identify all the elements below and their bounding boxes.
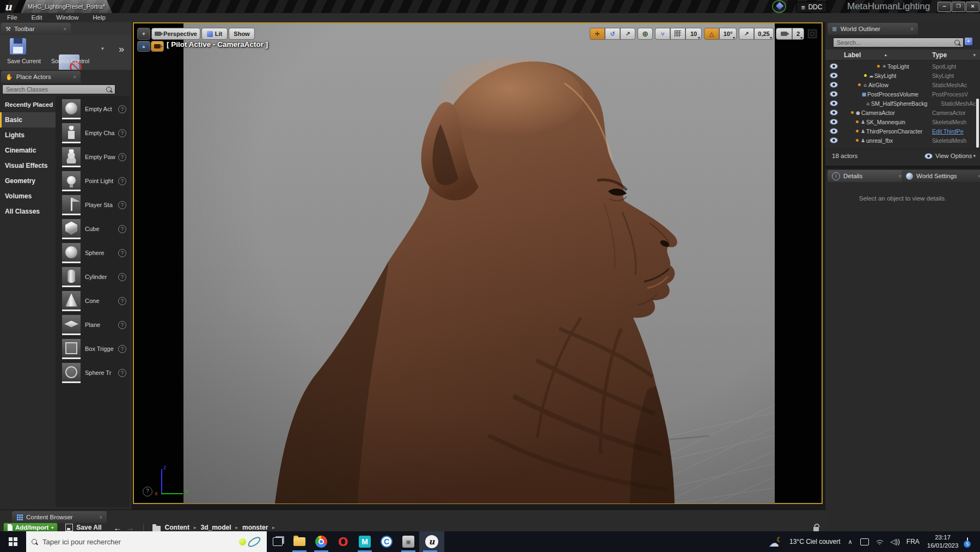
viewport-options-dropdown[interactable]: ▼: [137, 28, 150, 40]
world-settings-tab[interactable]: World Settings ×: [902, 170, 980, 182]
toolbar-tab[interactable]: ⚒ Toolbar ×: [1, 23, 71, 35]
help-icon[interactable]: ?: [118, 225, 126, 233]
category-visual-effects[interactable]: Visual Effects: [0, 158, 56, 173]
level-tab[interactable]: MHC_LightingPreset_Portra*: [21, 0, 112, 13]
details-tab[interactable]: i Details ×: [828, 170, 906, 182]
outliner-row-cameraactor[interactable]: ● CameraActorCameraActor: [825, 108, 980, 117]
viewport[interactable]: ▼ Perspective Lit Show ▲ [ Pilot Active …: [133, 22, 823, 504]
grid-snap-button[interactable]: [670, 28, 685, 40]
taskbar-screenshot-tool[interactable]: ▣: [397, 531, 419, 552]
help-icon[interactable]: ?: [118, 273, 126, 281]
filter-icon[interactable]: ▾: [973, 52, 976, 58]
help-icon[interactable]: ?: [118, 129, 126, 137]
outliner-row-thirdpersoncharacter[interactable]: ♟ ThirdPersonCharacterEdit ThirdPe: [825, 126, 980, 136]
list-item[interactable]: Empty Paw?: [56, 145, 130, 169]
outliner-row-skmannequin[interactable]: ♟ SK_MannequinSkeletalMesh: [825, 117, 980, 126]
help-icon[interactable]: ?: [118, 105, 126, 113]
start-button[interactable]: [0, 531, 26, 552]
list-item[interactable]: Cylinder?: [56, 265, 130, 289]
menu-help[interactable]: Help: [85, 13, 113, 22]
taskbar-chrome[interactable]: [310, 531, 332, 552]
tablet-mode-icon[interactable]: [860, 538, 869, 545]
list-item[interactable]: Cube?: [56, 217, 130, 241]
outliner-row-airglow[interactable]: ⌂ AirGlowStaticMeshAc: [825, 80, 980, 89]
show-button[interactable]: Show: [229, 28, 255, 40]
taskbar-search-input[interactable]: Taper ici pour rechercher: [26, 531, 267, 552]
breadcrumb-monster[interactable]: monster: [242, 524, 268, 531]
list-item[interactable]: Player Sta?: [56, 193, 130, 217]
visibility-eye-icon[interactable]: [830, 82, 838, 88]
outliner-row-unrealfbx[interactable]: ♟ unreal_fbxSkeletalMesh: [825, 136, 980, 145]
close-button[interactable]: ×: [966, 2, 979, 12]
breadcrumb-3d-model[interactable]: 3d_model: [200, 524, 231, 531]
camera-speed-button[interactable]: [776, 28, 792, 40]
lock-icon[interactable]: [813, 527, 819, 531]
forward-button[interactable]: →: [126, 523, 134, 532]
grid-snap-value[interactable]: 10▾: [685, 28, 702, 40]
help-icon[interactable]: ?: [118, 177, 126, 185]
taskbar-opera[interactable]: O: [332, 531, 354, 552]
chevron-down-icon[interactable]: ▾: [101, 46, 104, 51]
list-item[interactable]: Sphere?: [56, 241, 130, 265]
help-icon[interactable]: ?: [118, 201, 126, 209]
lit-mode-button[interactable]: Lit: [201, 28, 228, 40]
tray-chevron-icon[interactable]: ∧: [848, 538, 853, 545]
close-icon[interactable]: ×: [59, 26, 66, 32]
taskbar-file-explorer[interactable]: [289, 531, 310, 552]
close-icon[interactable]: ×: [894, 173, 902, 179]
visibility-eye-icon[interactable]: [830, 100, 838, 106]
list-item[interactable]: Box Trigge?: [56, 337, 130, 361]
world-local-toggle[interactable]: ⊕: [638, 28, 653, 40]
visibility-eye-icon[interactable]: [830, 128, 838, 134]
outliner-add-icon[interactable]: +: [965, 38, 972, 45]
taskbar-app-c[interactable]: C: [376, 531, 397, 552]
list-item[interactable]: Sphere Tr?: [56, 361, 130, 385]
weather-label[interactable]: 13°C Ciel couvert: [789, 538, 841, 545]
close-icon[interactable]: ×: [69, 74, 76, 80]
visibility-eye-icon[interactable]: [830, 137, 838, 143]
camera-speed-value[interactable]: 2▾: [792, 28, 804, 40]
outliner-scrollbar[interactable]: [976, 99, 979, 148]
notification-center-button[interactable]: 5: [967, 538, 968, 545]
place-actors-tab[interactable]: ✋ Place Actors ×: [1, 71, 81, 83]
scale-tool-button[interactable]: ↗: [620, 28, 635, 40]
category-recently-placed[interactable]: Recently Placed: [0, 97, 56, 112]
perspective-button[interactable]: Perspective: [151, 28, 200, 40]
task-view-button[interactable]: [267, 531, 289, 552]
category-lights[interactable]: Lights: [0, 128, 56, 143]
clock[interactable]: 23:17 16/01/2023: [927, 533, 959, 550]
viewport-help-icon[interactable]: ?: [143, 487, 152, 496]
content-browser-tab[interactable]: Content Browser ×: [12, 511, 107, 523]
help-icon[interactable]: ?: [118, 249, 126, 257]
breadcrumb-content[interactable]: Content: [165, 524, 189, 531]
stop-piloting-button[interactable]: ▲: [137, 41, 150, 52]
rotation-snap-value[interactable]: 10°▾: [719, 28, 737, 40]
category-geometry[interactable]: Geometry: [0, 173, 56, 189]
rotate-tool-button[interactable]: ↺: [605, 28, 620, 40]
surface-snap-button[interactable]: ⑂: [655, 28, 670, 40]
volume-icon[interactable]: ◁)): [891, 538, 900, 545]
taskbar-unreal-engine[interactable]: u: [419, 531, 444, 552]
scale-snap-button[interactable]: ↗: [739, 28, 754, 40]
list-item[interactable]: Empty Act?: [56, 97, 130, 121]
search-highlight-icon[interactable]: [239, 538, 261, 545]
visibility-eye-icon[interactable]: [830, 63, 838, 69]
help-icon[interactable]: ?: [118, 321, 126, 329]
help-icon[interactable]: ?: [118, 345, 126, 353]
list-item[interactable]: Point Light?: [56, 169, 130, 193]
search-classes-input[interactable]: Search Classes: [2, 84, 115, 94]
outliner-row-postprocessvolume[interactable]: ■ PostProcessVolumePostProcessV: [825, 89, 980, 99]
edit-blueprint-link[interactable]: Edit ThirdPe: [932, 128, 964, 135]
column-label[interactable]: Label: [844, 51, 861, 59]
source-control-button[interactable]: Source Control: [45, 58, 96, 64]
outliner-search-input[interactable]: Search...: [833, 38, 964, 47]
back-button[interactable]: ←: [114, 523, 122, 532]
pilot-camera-icon[interactable]: [151, 41, 164, 52]
close-icon[interactable]: ×: [95, 514, 102, 520]
wifi-icon[interactable]: [875, 539, 884, 544]
visibility-eye-icon[interactable]: [830, 119, 838, 125]
outliner-row-skylight[interactable]: ☁ SkyLightSkyLight: [825, 71, 980, 80]
visibility-eye-icon[interactable]: [830, 110, 838, 116]
menu-edit[interactable]: Edit: [24, 13, 50, 22]
move-tool-button[interactable]: ✛: [590, 28, 605, 40]
